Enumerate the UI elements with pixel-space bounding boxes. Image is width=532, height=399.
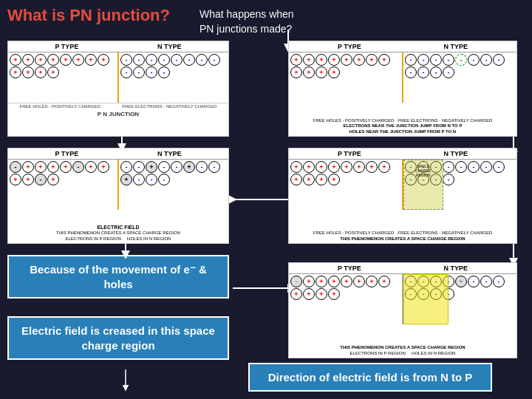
diagram-bottom-right: P TYPE N TYPE -+++ ++++ ++++ ---- +--- -… [288,262,517,358]
text-box-direction: Direction of electric field is from N to… [248,363,492,392]
diagram-mid-left: P TYPE N TYPE -+++ +-++ ++-+ --+- -+-- +… [7,148,229,244]
diagram-top-left: P TYPE N TYPE ++++ ++++ ++++ ---- ---- -… [7,41,229,137]
text-box-movement: Because of the movement of e⁻ & holes [7,255,229,299]
diagram-mid-right: P TYPE N TYPE ++++ ++++ ++++ SPACECHARGE… [288,148,517,244]
arrow-textbox1-bottomright [229,281,296,296]
text-box-electric-field: Electric field is creased in this space … [7,316,229,360]
arrow-textbox2-down [118,369,133,392]
page-container: What is PN junction? What happens when P… [0,0,532,399]
main-title: What is PN junction? [7,6,170,25]
arrow-right-to-left [229,192,296,207]
arrow-midleft-textbox [118,244,133,259]
diagram-top-right: P TYPE N TYPE ++++ ++++ ++++ ---- ---- -… [288,41,517,137]
